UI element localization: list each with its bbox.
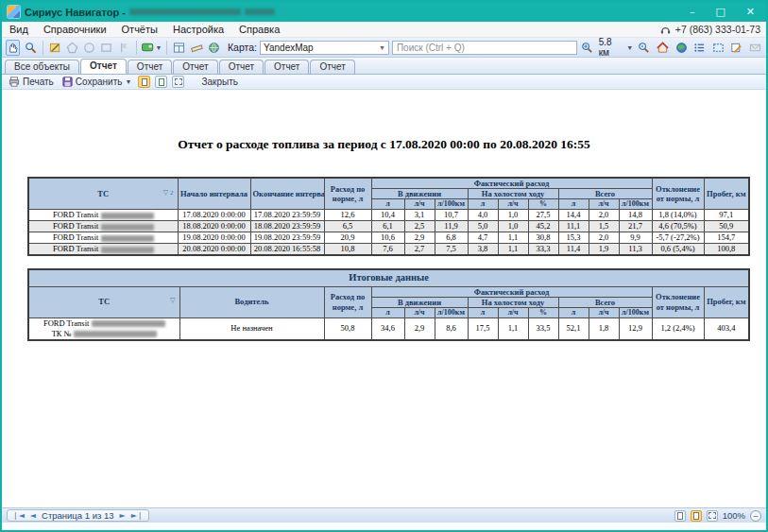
- map-select[interactable]: YandexMap ▼: [260, 41, 389, 55]
- tab-report-2[interactable]: Отчет: [128, 60, 172, 74]
- first-page-button[interactable]: ❘◄: [12, 509, 25, 522]
- pan-hand-icon[interactable]: [6, 40, 20, 56]
- flag-icon: [116, 40, 130, 56]
- route-globe-icon[interactable]: [207, 40, 221, 56]
- maximize-icon[interactable]: □: [715, 2, 725, 22]
- zoom-level: 100%: [723, 510, 745, 521]
- headset-icon: [659, 24, 672, 36]
- col-header-mileage: Пробег, км: [704, 178, 749, 209]
- menu-reports[interactable]: Отчёты: [114, 22, 165, 38]
- toolbar-separator: [136, 41, 137, 55]
- redacted-plate: [92, 320, 165, 327]
- search-input[interactable]: [392, 41, 577, 55]
- view-single-page-button[interactable]: [138, 76, 150, 88]
- list-panel-icon[interactable]: [692, 40, 708, 56]
- zoom-in-icon[interactable]: [580, 40, 595, 56]
- redacted-company-name: [129, 9, 241, 15]
- group-header-actual: Фактический расход: [371, 178, 652, 189]
- page-indicator: Страница 1 из 13: [42, 510, 114, 521]
- redacted-plate: [101, 235, 154, 242]
- redacted-plate: [101, 224, 154, 231]
- title-bar: Сириус Навигатор - – □ ✕: [2, 2, 766, 22]
- tab-all-objects[interactable]: Все объекты: [5, 60, 79, 74]
- col-header-deviation: Отклонение от нормы, л: [652, 178, 704, 209]
- chevron-down-icon[interactable]: ▼: [626, 44, 633, 51]
- zoom-page-width-button[interactable]: [674, 510, 686, 522]
- pager: ❘◄ ◄ Страница 1 из 13 ► ►❘: [7, 509, 149, 522]
- save-button[interactable]: Сохранить ▼: [60, 77, 134, 87]
- last-page-button[interactable]: ►❘: [131, 509, 144, 522]
- message-icon: [747, 40, 762, 56]
- edit-note-icon[interactable]: [729, 40, 744, 56]
- col-header-tc[interactable]: ТС ▽ 2: [28, 178, 178, 209]
- zoom-out-icon[interactable]: –: [750, 510, 761, 522]
- table-row: FORD Transit ТК № Не назначен 50,8 34,6 …: [28, 317, 749, 340]
- chevron-down-icon[interactable]: ▼: [125, 78, 131, 85]
- tab-report-3[interactable]: Отчет: [173, 60, 217, 74]
- report-page: Отчет о расходе топлива за период с 17.0…: [2, 90, 766, 507]
- close-icon[interactable]: ✕: [746, 2, 755, 22]
- view-continuous-button[interactable]: [155, 76, 167, 88]
- status-bar: ❘◄ ◄ Страница 1 из 13 ► ►❘ 100% –: [2, 507, 766, 523]
- unit-header: л: [558, 307, 589, 317]
- polygon-select-icon: [65, 40, 79, 56]
- col-header-tc[interactable]: ТС ▽: [28, 286, 179, 317]
- menu-bar: Вид Справочники Отчёты Настройка Справка…: [2, 22, 766, 38]
- col-header-start: Начало интервала: [178, 178, 250, 209]
- window-title: Сириус Навигатор -: [25, 7, 275, 18]
- redacted-company-suffix: [245, 9, 275, 15]
- zoom-fit-button[interactable]: [707, 510, 718, 522]
- next-page-button[interactable]: ►: [120, 509, 126, 522]
- tab-report-5[interactable]: Отчет: [265, 60, 309, 74]
- group-header-moving: В движении: [371, 189, 468, 199]
- globe-icon[interactable]: [674, 40, 689, 56]
- chevron-down-icon: ▼: [156, 44, 162, 51]
- unit-header: л: [371, 199, 404, 210]
- unit-header: л/ч: [498, 307, 528, 317]
- window-bottom-strip: [2, 523, 766, 530]
- tab-report-4[interactable]: Отчет: [219, 60, 264, 74]
- ruler-icon[interactable]: [190, 40, 204, 56]
- floppy-icon: [62, 77, 73, 87]
- previous-page-button[interactable]: ◄: [30, 509, 36, 522]
- print-button[interactable]: Печать: [7, 77, 56, 87]
- redacted-plate: [101, 247, 154, 253]
- home-icon[interactable]: [656, 40, 671, 56]
- menu-settings[interactable]: Настройка: [165, 22, 231, 38]
- minimize-icon[interactable]: –: [690, 2, 695, 22]
- tab-report-active[interactable]: Отчет: [80, 59, 127, 74]
- group-header-moving: В движении: [371, 297, 468, 307]
- totals-table: Итоговые данные ТС ▽ Водитель Расход по …: [27, 268, 750, 341]
- zoom-whole-page-button[interactable]: [691, 510, 702, 522]
- zoom-tool-icon[interactable]: [23, 40, 37, 56]
- menu-help[interactable]: Справка: [231, 22, 287, 38]
- edit-map-icon[interactable]: [48, 40, 62, 56]
- close-report-button[interactable]: Закрыть: [201, 77, 238, 87]
- fit-page-icon: [708, 512, 716, 519]
- table-row: FORD Transit 17.08.2020 0:00:00 17.08.20…: [28, 209, 749, 220]
- map-scale-value[interactable]: 5.8 км: [599, 37, 623, 58]
- circle-select-icon: [82, 40, 96, 56]
- table-row: FORD Transit 19.08.2020 0:00:00 19.08.20…: [28, 232, 749, 243]
- chevron-down-icon: ▼: [379, 44, 385, 51]
- unit-header: %: [528, 199, 558, 210]
- col-header-driver: Водитель: [179, 286, 324, 317]
- group-header-actual: Фактический расход: [371, 286, 652, 297]
- sort-arrow-icon: ▽: [163, 189, 168, 197]
- fuel-interval-table: ТС ▽ 2 Начало интервала Окончание интерв…: [27, 177, 750, 256]
- zoom-previous-icon[interactable]: [637, 40, 652, 56]
- tab-report-6[interactable]: Отчет: [310, 60, 354, 74]
- vehicles-layer-icon[interactable]: ▼: [142, 40, 162, 56]
- menu-view[interactable]: Вид: [2, 22, 36, 38]
- unit-header: л: [371, 307, 404, 317]
- unit-header: л/ч: [498, 199, 528, 210]
- select-area-icon[interactable]: [710, 40, 725, 56]
- view-fit-button[interactable]: [172, 76, 184, 88]
- group-header-idle: На холостом ходу: [468, 297, 558, 307]
- unit-header: л/ч: [589, 199, 619, 210]
- unit-header: л/100км: [619, 199, 652, 210]
- grid-view-icon[interactable]: [172, 40, 186, 56]
- menu-directories[interactable]: Справочники: [36, 22, 114, 38]
- toolbar-separator: [166, 41, 167, 55]
- support-phone: +7 (863) 333-01-73: [675, 24, 760, 35]
